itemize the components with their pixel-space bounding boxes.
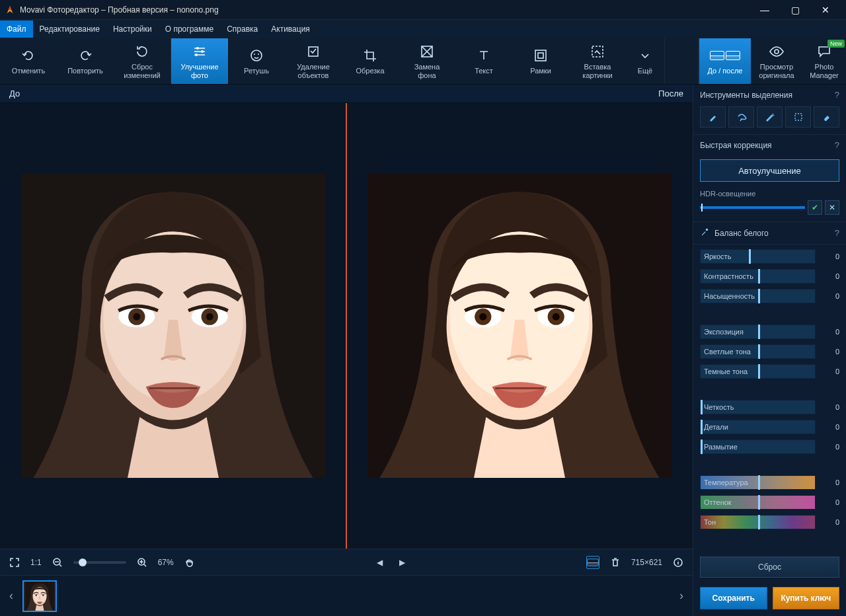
filmstrip-next[interactable]: › <box>675 580 687 613</box>
tool-frames[interactable]: Рамки <box>512 38 569 84</box>
toolbar: Отменить Повторить Сброс изменений Улучш… <box>0 38 846 85</box>
image-after <box>346 103 693 549</box>
buy-key-button[interactable]: Купить ключ <box>773 587 840 609</box>
slider-Насыщенность[interactable]: Насыщенность0 <box>700 288 839 304</box>
tool-change-background[interactable]: Замена фона <box>399 38 455 84</box>
slider-track[interactable] <box>700 515 816 529</box>
zoom-in-button[interactable] <box>135 556 149 569</box>
tool-insert-image[interactable]: Вставка картинки <box>569 38 626 84</box>
label-before: До <box>9 89 20 98</box>
close-button[interactable]: ✕ <box>810 0 841 20</box>
remove-icon <box>305 43 321 60</box>
auto-enhance-button[interactable]: Автоулучшение <box>700 159 839 182</box>
slider-handle[interactable] <box>758 289 760 303</box>
crop-icon <box>362 47 378 64</box>
minimize-button[interactable]: — <box>750 0 780 20</box>
svg-rect-18 <box>538 53 543 58</box>
tool-undo[interactable]: Отменить <box>0 38 57 84</box>
save-button[interactable]: Сохранить <box>700 587 767 609</box>
tool-reset[interactable]: Сброс изменений <box>114 38 171 84</box>
help-button-3[interactable]: ? <box>835 228 839 238</box>
tool-crop[interactable]: Обрезка <box>342 38 399 84</box>
tool-photo-manager[interactable]: New Photo Manager <box>802 38 846 84</box>
info-button[interactable] <box>672 556 685 569</box>
menu-edit[interactable]: Редактирование <box>33 20 106 38</box>
slider-handle[interactable] <box>758 269 760 284</box>
delete-button[interactable] <box>609 556 622 569</box>
tool-more[interactable]: Ещё <box>626 38 664 84</box>
tool-enhance[interactable]: Улучшение фото <box>171 38 228 84</box>
menu-help[interactable]: Справка <box>220 20 264 38</box>
slider-Яркость[interactable]: Яркость0 <box>700 249 839 264</box>
tool-retouch[interactable]: Ретушь <box>228 38 285 84</box>
slider-value: 0 <box>820 252 839 260</box>
slider-handle[interactable] <box>758 475 760 490</box>
prev-button[interactable]: ◀ <box>373 556 387 569</box>
compare-mode-button[interactable] <box>586 556 599 569</box>
slider-Темные тона[interactable]: Темные тона0 <box>700 364 839 379</box>
slider-value: 0 <box>820 403 839 411</box>
tool-before-after[interactable]: До / после <box>699 38 751 84</box>
slider-value: 0 <box>820 328 839 336</box>
next-button[interactable]: ▶ <box>396 556 409 569</box>
compare-divider[interactable] <box>346 103 347 549</box>
menu-activation[interactable]: Активация <box>264 20 317 38</box>
hdr-slider[interactable] <box>700 206 805 209</box>
slider-handle[interactable] <box>701 440 703 454</box>
slider-Четкость[interactable]: Четкость0 <box>700 399 839 415</box>
slider-Тон[interactable]: Тон0 <box>700 514 839 530</box>
face-icon <box>249 47 264 64</box>
slider-Светлые тона[interactable]: Светлые тона0 <box>700 344 839 360</box>
slider-handle[interactable] <box>701 420 703 434</box>
slider-Контрастность[interactable]: Контрастность0 <box>700 268 839 284</box>
titlebar: Movavi Фоторедактор – Пробная версия – n… <box>0 0 846 20</box>
zoom-out-button[interactable] <box>51 556 64 569</box>
marquee-select-tool[interactable] <box>785 106 811 128</box>
hdr-cancel-button[interactable]: ✕ <box>825 200 839 215</box>
slider-handle[interactable] <box>758 325 760 339</box>
undo-icon <box>20 47 36 64</box>
zoom-1-1-button[interactable]: 1:1 <box>30 558 42 567</box>
slider-label: Температура <box>704 479 748 486</box>
photo-before <box>21 174 325 478</box>
tool-view-original[interactable]: Просмотр оригинала <box>751 38 802 84</box>
compare-body[interactable] <box>0 103 693 549</box>
help-button-2[interactable]: ? <box>835 140 839 150</box>
slider-handle[interactable] <box>758 495 760 510</box>
frame-icon <box>533 47 549 64</box>
slider-handle[interactable] <box>758 364 760 379</box>
tool-enhance-label: Улучшение фото <box>180 63 218 79</box>
tool-text[interactable]: Текст <box>455 38 512 84</box>
filmstrip-prev[interactable]: ‹ <box>5 580 17 613</box>
thumbnail[interactable] <box>22 580 57 612</box>
menu-about[interactable]: О программе <box>159 20 220 38</box>
brush-select-tool[interactable] <box>700 106 726 128</box>
slider-Размытие[interactable]: Размытие0 <box>700 439 839 455</box>
slider-Температура[interactable]: Температура0 <box>700 475 839 490</box>
slider-Детали[interactable]: Детали0 <box>700 419 839 435</box>
slider-Оттенок[interactable]: Оттенок0 <box>700 494 839 510</box>
zoom-slider[interactable] <box>73 561 126 564</box>
tool-remove-objects[interactable]: Удаление объектов <box>285 38 342 84</box>
slider-handle[interactable] <box>758 515 760 529</box>
tool-redo[interactable]: Повторить <box>57 38 114 84</box>
help-button[interactable]: ? <box>835 90 839 100</box>
filmstrip: ‹ › <box>0 575 693 616</box>
eraser-select-tool[interactable] <box>814 106 839 128</box>
pan-button[interactable] <box>183 556 196 569</box>
sidebar-reset-button[interactable]: Сброс <box>700 557 839 578</box>
eyedropper-icon[interactable] <box>700 227 709 239</box>
menu-file[interactable]: Файл <box>0 20 33 38</box>
maximize-button[interactable]: ▢ <box>780 0 810 20</box>
hdr-apply-button[interactable]: ✔ <box>808 200 822 215</box>
slider-Экспозиция[interactable]: Экспозиция0 <box>700 324 839 340</box>
slider-handle[interactable] <box>749 249 751 264</box>
slider-handle[interactable] <box>758 344 760 359</box>
lasso-select-tool[interactable] <box>728 106 754 128</box>
fullscreen-button[interactable] <box>8 556 21 569</box>
menu-settings[interactable]: Настройки <box>106 20 159 38</box>
slider-handle[interactable] <box>701 400 703 414</box>
wand-select-tool[interactable] <box>757 106 783 128</box>
photo-after <box>367 174 672 478</box>
chevron-down-icon <box>637 47 653 64</box>
